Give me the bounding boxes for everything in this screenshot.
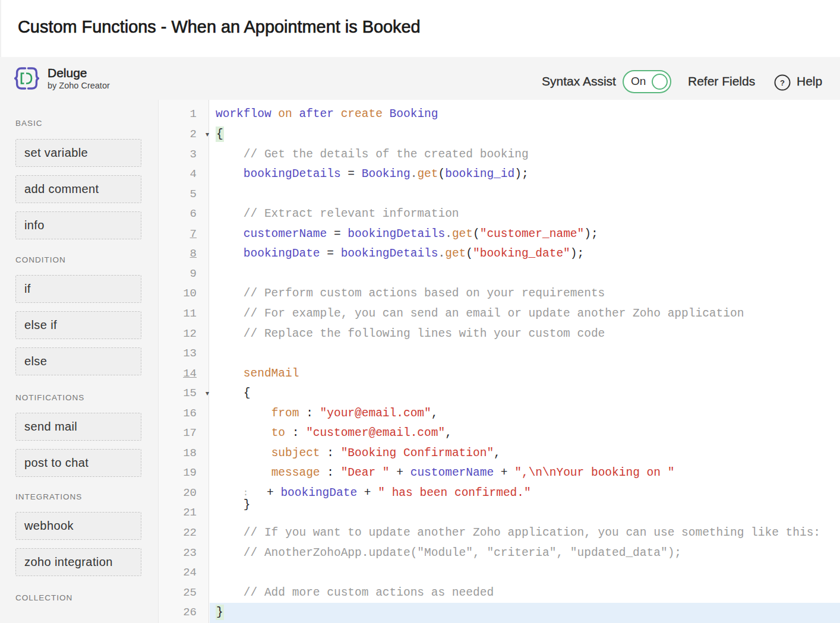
svg-text:?: ? — [780, 78, 785, 87]
